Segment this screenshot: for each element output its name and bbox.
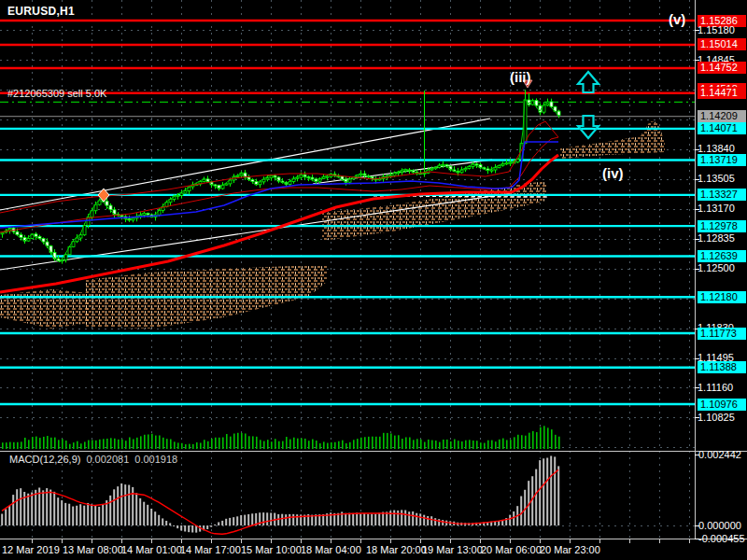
- time-axis-label: 13 Mar 08:00: [63, 544, 123, 555]
- candle-body: [176, 195, 179, 196]
- volume-bar: [297, 439, 299, 449]
- volume-bar: [282, 441, 284, 449]
- volume-bar: [260, 440, 261, 449]
- volume-bar: [256, 437, 258, 449]
- axis-tick: [695, 539, 699, 539]
- volume-bar: [2, 442, 4, 449]
- macd-histogram-bar: [543, 458, 544, 525]
- candle-body: [404, 170, 407, 171]
- volume-bar: [517, 435, 519, 449]
- volume-bar: [241, 433, 243, 449]
- wave-label-iii[interactable]: (iii): [510, 69, 531, 85]
- volume-bar: [69, 444, 71, 449]
- macd-histogram-bar: [427, 516, 429, 525]
- volume-bar: [555, 435, 557, 449]
- volume-bar: [532, 431, 534, 449]
- chart-canvas[interactable]: [0, 0, 747, 560]
- macd-histogram-bar: [158, 515, 160, 525]
- macd-histogram-bar: [423, 515, 425, 525]
- wave-label-v[interactable]: (v): [669, 11, 685, 27]
- macd-histogram-bar: [352, 513, 354, 525]
- axis-tick: [695, 179, 699, 180]
- macd-histogram-bar: [143, 502, 145, 525]
- axis-tick: [695, 387, 699, 388]
- volume-bar: [472, 441, 474, 449]
- open-order-label[interactable]: #212065309 sell 5.0K: [7, 88, 106, 99]
- macd-histogram-bar: [91, 504, 92, 525]
- volume-bar: [551, 429, 553, 449]
- volume-bar: [390, 433, 392, 449]
- volume-bar: [24, 438, 26, 449]
- macd-histogram-bar: [61, 500, 63, 525]
- axis-tick: [695, 525, 699, 526]
- volume-bar: [536, 432, 538, 449]
- macd-histogram-bar: [520, 497, 522, 525]
- volume-bar: [491, 441, 493, 449]
- wave-label-iv[interactable]: (iv): [602, 165, 624, 181]
- volume-bar: [547, 427, 549, 449]
- volume-bar: [499, 440, 500, 449]
- candle-body: [311, 177, 314, 179]
- price-axis-label: 1.15014: [698, 38, 746, 50]
- price-axis-label: 1.14471: [698, 87, 746, 99]
- volume-bar: [226, 434, 228, 449]
- macd-histogram-bar: [359, 513, 361, 525]
- macd-histogram-bar: [132, 487, 134, 525]
- macd-axis-label: -0.000455: [698, 533, 745, 544]
- macd-histogram-bar: [236, 516, 238, 525]
- volume-bar: [248, 436, 250, 449]
- macd-histogram-bar: [72, 507, 74, 525]
- macd-histogram-bar: [244, 515, 246, 525]
- macd-histogram-bar: [367, 514, 369, 525]
- volume-bar: [62, 439, 63, 449]
- time-axis-label: 18 Mar 20:00: [366, 544, 427, 555]
- volume-bar: [529, 433, 530, 449]
- macd-histogram-bar: [419, 513, 421, 525]
- macd-histogram-bar: [12, 495, 14, 525]
- mt4-chart-window: EURUSD,H1 #212065309 sell 5.0K MACD(12,2…: [0, 0, 747, 560]
- macd-histogram-bar: [378, 513, 380, 525]
- volume-bar: [77, 441, 78, 449]
- macd-histogram-bar: [535, 469, 537, 525]
- candle-body: [184, 191, 187, 193]
- volume-bar: [17, 442, 19, 449]
- time-axis-label: 14 Mar 01:00: [121, 544, 182, 555]
- volume-bar: [293, 438, 295, 449]
- volume-bar: [424, 442, 426, 449]
- axis-tick: [695, 30, 699, 31]
- volume-bar: [136, 438, 138, 449]
- volume-bar: [148, 434, 149, 449]
- macd-histogram-bar: [154, 511, 156, 525]
- volume-bar: [540, 427, 542, 449]
- macd-histogram-bar: [233, 517, 234, 525]
- volume-bar: [155, 436, 157, 449]
- volume-bar: [13, 442, 15, 449]
- volume-bar: [170, 439, 172, 449]
- volume-bar: [286, 437, 288, 449]
- macd-histogram-bar: [509, 515, 511, 525]
- volume-bar: [177, 442, 179, 449]
- macd-histogram-bar: [64, 503, 66, 525]
- candle-body: [490, 170, 493, 171]
- volume-bar: [428, 440, 430, 449]
- volume-bar: [308, 441, 310, 449]
- axis-tick: [695, 60, 699, 61]
- symbol-period-label: EURUSD,H1: [7, 5, 75, 18]
- macd-histogram-bar: [539, 460, 541, 525]
- axis-tick: [695, 269, 699, 270]
- macd-histogram-bar: [438, 519, 440, 525]
- macd-histogram-bar: [397, 511, 399, 525]
- volume-bar: [327, 443, 329, 449]
- volume-bar: [271, 441, 273, 449]
- macd-histogram-bar: [31, 492, 33, 525]
- volume-bar: [106, 439, 108, 449]
- volume-bar: [334, 442, 336, 449]
- axis-tick: [695, 239, 699, 240]
- volume-bar: [47, 436, 49, 449]
- volume-bar: [185, 444, 187, 449]
- axis-tick: [695, 455, 699, 455]
- volume-bar: [32, 437, 34, 449]
- volume-bar: [114, 439, 116, 449]
- volume-bar: [275, 439, 276, 449]
- macd-histogram-bar: [147, 505, 148, 525]
